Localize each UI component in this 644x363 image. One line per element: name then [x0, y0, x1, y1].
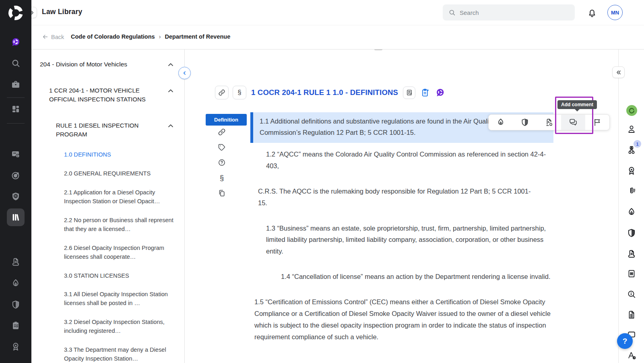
note-edit-button[interactable] [403, 87, 415, 99]
collapse-toc-button[interactable] [178, 67, 191, 79]
help-button[interactable]: ? [617, 333, 633, 349]
toc-panel: 204 - Division of Motor Vehicles 1 CCR 2… [31, 50, 184, 363]
toc-rule[interactable]: RULE 1 DIESEL INSPECTION PROGRAM [56, 121, 175, 139]
toc-item[interactable]: 2.0 GENERAL REQUIREMENTS [64, 169, 175, 178]
link-button[interactable] [215, 86, 229, 99]
breadcrumb-bar: Back Code of Colorado Regulations › Depa… [31, 25, 644, 49]
toc-subsection[interactable]: 1 CCR 204-1 - MOTOR VEHICLE OFFICIAL INS… [49, 86, 175, 104]
definition-chip[interactable]: Definition [206, 114, 247, 126]
chevron-up-icon[interactable] [167, 87, 175, 95]
toc-item[interactable]: 3.1 All Diesel Opacity Inspection Statio… [64, 290, 175, 308]
breadcrumb-item-department[interactable]: Department of Revenue [165, 33, 230, 40]
rail-item-billing-card-icon[interactable] [7, 145, 25, 163]
rail-item-award-icon[interactable] [7, 338, 25, 355]
search-icon [448, 9, 456, 16]
margin-tag-icon[interactable] [217, 143, 226, 152]
left-icon-rail [0, 0, 31, 363]
right-rail-search-info-icon[interactable] [624, 287, 639, 301]
rail-item-library-icon[interactable] [7, 208, 25, 226]
back-button[interactable]: Back [42, 33, 64, 40]
chevron-up-icon[interactable] [167, 61, 175, 69]
document-title: 1 COCR 204-1 RULE 1 1.0 - DEFINITIONS [251, 88, 398, 97]
rail-item-shield-globe-icon[interactable] [7, 188, 25, 205]
rail-item-flame-icon[interactable] [7, 274, 25, 292]
toolbar-document-add-button[interactable] [537, 115, 561, 130]
assistant-bubble-small-button[interactable] [435, 88, 445, 98]
regulation-paragraph: 1.3 “Business” means an estate, sole pro… [266, 223, 553, 258]
rail-item-target-icon[interactable] [7, 167, 25, 184]
main-area: 204 - Division of Motor Vehicles 1 CCR 2… [31, 49, 644, 363]
chevron-up-icon[interactable] [167, 122, 175, 130]
arrow-left-icon [42, 33, 49, 40]
search-input[interactable]: Search [443, 4, 575, 21]
toc-item[interactable]: 3.2 Diesel Opacity Inspection Stations, … [64, 318, 175, 336]
margin-link-icon[interactable] [217, 128, 226, 136]
right-rail-flame-icon[interactable] [624, 205, 639, 219]
search-placeholder: Search [460, 9, 479, 16]
toc-item[interactable]: 3.3 The Department may deny a Diesel Opa… [64, 346, 175, 363]
avatar[interactable]: MN [607, 5, 623, 20]
right-rail-award-icon[interactable] [624, 163, 639, 178]
rail-divider [7, 97, 25, 98]
right-icon-rail: 1 ? [618, 50, 644, 363]
breadcrumb: Code of Colorado Regulations › Departmen… [71, 33, 230, 40]
right-rail-sync-status-icon[interactable] [626, 105, 637, 116]
rail-item-scan-document-icon[interactable] [7, 253, 25, 271]
breadcrumb-separator: › [159, 33, 161, 40]
margin-help-circle-icon[interactable] [217, 158, 226, 167]
toc-section[interactable]: 204 - Division of Motor Vehicles [40, 60, 175, 69]
right-rail-text-info-icon[interactable] [624, 348, 639, 363]
document-content: § 1 COCR 204-1 RULE 1 1.0 - DEFINITIONS … [185, 50, 618, 363]
app-title: Law Library [42, 8, 82, 16]
notification-count-badge: 1 [634, 140, 641, 148]
right-rail-attachment-icon[interactable] [624, 184, 639, 198]
document-title-row: § 1 COCR 204-1 RULE 1 1.0 - DEFINITIONS [215, 86, 445, 99]
right-rail-shield-icon[interactable] [624, 226, 639, 240]
add-comment-tooltip: Add comment [557, 100, 597, 109]
clipboard-sparkle-button[interactable] [420, 88, 430, 98]
regulation-paragraph: 1.2 “AQCC” means the Colorado Air Qualit… [266, 148, 553, 172]
app-window: Law Library Search MN Back Code of Color… [0, 0, 644, 363]
right-rail-scan-document-icon[interactable] [624, 247, 639, 261]
collapse-right-panel-button[interactable] [612, 66, 625, 78]
margin-tools: § [217, 128, 226, 198]
rail-item-shield-icon[interactable] [7, 296, 25, 314]
brand-logo-icon[interactable] [4, 2, 27, 24]
top-header: Law Library Search MN [31, 0, 644, 25]
toc-item[interactable]: 2.2 No person or Business shall represen… [64, 216, 175, 234]
notifications-bell-icon[interactable] [587, 8, 597, 18]
rail-item-search-icon[interactable] [7, 54, 25, 72]
rail-item-briefcase-icon[interactable] [7, 76, 25, 93]
rail-item-assistant-bubble-icon[interactable] [7, 33, 25, 51]
toolbar-shield-button[interactable] [513, 115, 537, 130]
toolbar-flame-button[interactable] [489, 115, 513, 130]
toolbar-flag-button[interactable] [585, 115, 609, 130]
right-rail-document-icon[interactable] [624, 307, 639, 322]
regulation-paragraph: C.R.S. The AQCC is the rulemaking body r… [258, 186, 540, 209]
margin-copy-icon[interactable] [217, 189, 226, 198]
toc-item-active[interactable]: 1.0 DEFINITIONS [64, 151, 175, 159]
right-rail-org-chart-icon[interactable]: 1 [624, 143, 639, 157]
toc-item[interactable]: 2.1 Application for a Diesel Opacity Ins… [64, 188, 175, 206]
right-rail-number-page-icon[interactable] [624, 266, 639, 281]
rail-divider [7, 123, 25, 124]
rail-item-clipboard-check-icon[interactable] [7, 317, 25, 334]
toolbar-comment-button[interactable] [561, 115, 585, 130]
margin-section-sign-icon[interactable]: § [217, 173, 226, 182]
right-rail-person-icon[interactable] [624, 122, 639, 136]
regulation-paragraph: 1.5 “Certification of Emissions Control”… [254, 296, 552, 343]
paragraph-list: 1.2 “AQCC” means the Colorado Air Qualit… [254, 148, 576, 357]
section-sign-button[interactable]: § [233, 86, 246, 99]
rail-item-dashboard-icon[interactable] [7, 100, 25, 118]
breadcrumb-item-regulations[interactable]: Code of Colorado Regulations [71, 33, 155, 40]
toc-item[interactable]: 2.6 Diesel Opacity Inspection Program li… [64, 244, 175, 262]
regulation-paragraph: 1.4 “Cancellation of license” means an a… [281, 271, 551, 283]
selection-toolbar [488, 114, 610, 130]
toc-item[interactable]: 3.0 STATION LICENSES [64, 272, 175, 280]
